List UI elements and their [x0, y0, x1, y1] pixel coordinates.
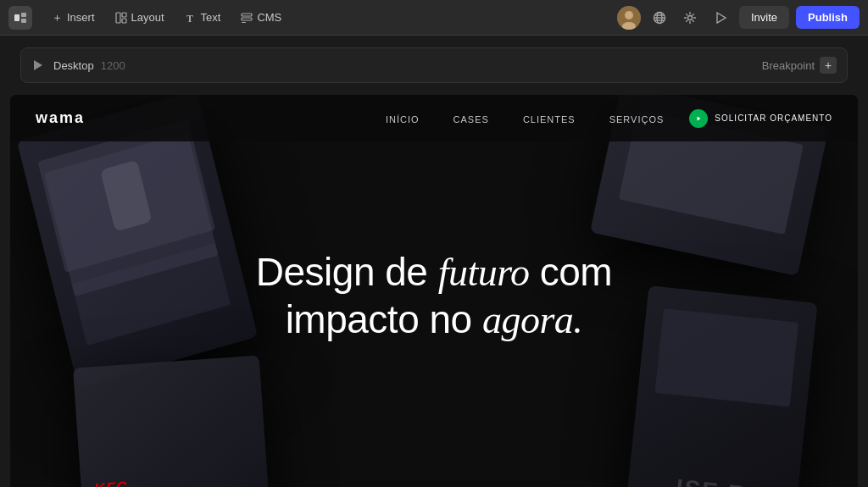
hero-line1-end: com [530, 250, 613, 294]
preview-play-icon[interactable] [31, 58, 45, 72]
toolbar-right: Invite Publish [617, 6, 860, 30]
hero-section: ISE FORA KFC Design de futuro com impact… [10, 95, 858, 487]
publish-button[interactable]: Publish [796, 6, 860, 29]
plus-icon: ＋ [51, 12, 63, 24]
main-toolbar: ＋ Insert Layout T Text CMS [0, 0, 868, 36]
text-icon: T [185, 12, 197, 24]
kfc-label: KFC [93, 479, 128, 487]
hero-line2-italic: agora. [482, 298, 582, 341]
cta-label: SOLICITAR ORÇAMENTO [715, 113, 832, 123]
device-label: Desktop [53, 59, 94, 72]
card-right-bottom: ISE FORA [626, 285, 817, 487]
breakpoint-button[interactable]: Breakpoint + [762, 57, 837, 74]
settings-button[interactable] [678, 6, 702, 30]
svg-marker-20 [34, 60, 42, 70]
hero-text-container: Design de futuro com impacto no agora. [239, 249, 629, 342]
svg-rect-0 [14, 14, 19, 21]
svg-rect-4 [122, 13, 126, 17]
svg-rect-1 [21, 13, 26, 17]
nav-inicio-link[interactable]: INÍCIO [386, 114, 420, 125]
hero-line1-italic: futuro [438, 251, 530, 294]
resolution-label: 1200 [101, 59, 125, 72]
svg-point-18 [687, 15, 692, 19]
svg-rect-5 [122, 19, 126, 23]
nav-cta[interactable]: SOLICITAR ORÇAMENTO [689, 109, 832, 128]
svg-marker-19 [717, 13, 726, 23]
logo-button[interactable] [8, 6, 32, 30]
nav-cases-link[interactable]: CASES [453, 114, 489, 125]
svg-point-11 [625, 11, 633, 19]
user-avatar[interactable] [617, 6, 641, 30]
hero-line2-regular: impacto no [286, 297, 482, 341]
globe-button[interactable] [648, 6, 671, 30]
invite-button[interactable]: Invite [739, 6, 789, 29]
hero-line1-regular: Design de [256, 250, 438, 294]
site-navbar: wama INÍCIO CASES CLIENTES SERVIÇOS [10, 95, 858, 141]
nav-servicos-link[interactable]: SERVIÇOS [609, 114, 665, 125]
website-preview: ISE FORA KFC Design de futuro com impact… [10, 95, 858, 487]
svg-rect-8 [242, 18, 252, 20]
svg-text:T: T [186, 13, 193, 24]
site-logo: wama [36, 109, 85, 127]
nav-cases[interactable]: CASES [453, 111, 489, 126]
hero-headline: Design de futuro com impacto no agora. [256, 249, 612, 342]
cms-button[interactable]: CMS [232, 7, 290, 28]
text-button[interactable]: T Text [176, 7, 230, 28]
svg-rect-7 [242, 14, 252, 16]
cta-dot [689, 109, 708, 128]
svg-rect-9 [242, 22, 246, 23]
cms-icon [241, 12, 253, 24]
add-breakpoint-button[interactable]: + [820, 57, 837, 74]
svg-rect-2 [21, 19, 26, 23]
nav-clientes-link[interactable]: CLIENTES [523, 114, 576, 125]
address-bar: Desktop 1200 Breakpoint + [20, 47, 848, 83]
nav-clientes[interactable]: CLIENTES [523, 111, 576, 126]
card-text-ise: ISE FORA [675, 474, 803, 487]
nav-servicos[interactable]: SERVIÇOS [609, 111, 665, 126]
canvas-area: ISE FORA KFC Design de futuro com impact… [10, 95, 858, 487]
site-nav-links: INÍCIO CASES CLIENTES SERVIÇOS [386, 111, 664, 126]
card-bottom-left: KFC [73, 356, 270, 487]
insert-button[interactable]: ＋ Insert [42, 7, 103, 28]
play-button[interactable] [709, 6, 732, 30]
nav-inicio[interactable]: INÍCIO [386, 111, 420, 126]
svg-rect-3 [116, 13, 120, 23]
layout-icon [115, 12, 127, 24]
layout-button[interactable]: Layout [107, 7, 173, 28]
